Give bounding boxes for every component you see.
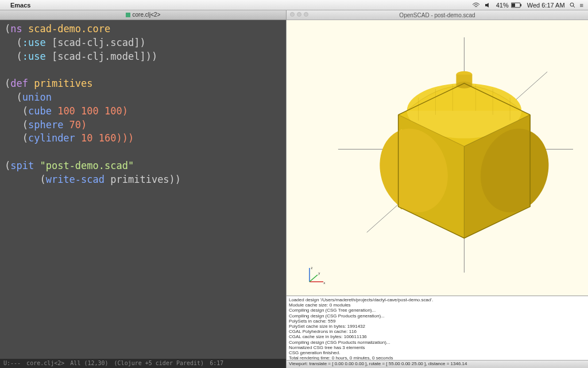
svg-rect-2: [512, 3, 515, 7]
clojure-file-icon: [126, 13, 130, 17]
emacs-tab-label: core.clj<2>: [133, 11, 161, 19]
svg-text:y: y: [318, 271, 320, 275]
svg-line-25: [310, 275, 318, 282]
openscad-statusbar: Viewport: translate = [ 0.00 0.00 0.00 ]…: [287, 360, 588, 368]
menubar-appname[interactable]: Emacs: [10, 2, 30, 9]
battery-status[interactable]: 41%: [496, 2, 523, 9]
model-render: [287, 20, 588, 296]
console-line: CGAL Polyhedrons in cache: 116: [289, 329, 586, 334]
openscad-viewport[interactable]: z x y: [287, 20, 588, 296]
spotlight-icon[interactable]: [570, 2, 575, 8]
console-line: Compiling design (CSG Products generatio…: [289, 313, 586, 319]
svg-text:x: x: [323, 281, 326, 285]
console-line: PolySets in cache: 559: [289, 319, 586, 324]
mac-menubar: Emacs 41% Wed 6:17 AM ≡: [0, 0, 588, 10]
openscad-titlebar[interactable]: OpenSCAD - post-demo.scad: [287, 10, 588, 20]
console-line: Total rendering time: 0 hours, 0 minutes…: [289, 355, 586, 360]
console-line: CSG generation finished.: [289, 350, 586, 355]
console-line: Compiling design (CSG Products normaliza…: [289, 340, 586, 345]
console-line: Normalized CSG tree has 3 elements: [289, 345, 586, 350]
svg-line-4: [573, 6, 575, 7]
emacs-window: core.clj<2> (ns scad-demo.core (:use [sc…: [0, 10, 286, 368]
console-line: PolySet cache size in bytes: 1991432: [289, 324, 586, 329]
console-line: Loaded design '/Users/madereth/projects/…: [289, 297, 586, 302]
console-line: Module cache size: 0 modules: [289, 302, 586, 308]
console-line: CGAL cache size in bytes: 100611136: [289, 334, 586, 339]
openscad-title-text: OpenSCAD - post-demo.scad: [399, 12, 475, 18]
menu-icon[interactable]: ≡: [580, 2, 583, 9]
wifi-icon[interactable]: [472, 2, 480, 8]
svg-rect-1: [520, 4, 521, 6]
openscad-window: OpenSCAD - post-demo.scad: [286, 10, 588, 368]
emacs-modeline: U:--- core.clj<2> All (12,30) (Clojure +…: [0, 359, 286, 368]
code-editor[interactable]: (ns scad-demo.core (:use [scad-clj.scad]…: [0, 20, 286, 189]
svg-text:z: z: [311, 266, 313, 270]
svg-point-12: [456, 82, 472, 89]
menubar-clock[interactable]: Wed 6:17 AM: [527, 2, 565, 9]
axis-gizmo: z x y: [304, 264, 327, 288]
traffic-lights[interactable]: [290, 12, 308, 17]
openscad-console[interactable]: Loaded design '/Users/madereth/projects/…: [287, 296, 588, 360]
emacs-tabbar[interactable]: core.clj<2>: [0, 10, 286, 20]
volume-icon[interactable]: [485, 2, 492, 8]
console-line: Compiling design (CSG Tree generation)..…: [289, 308, 586, 313]
